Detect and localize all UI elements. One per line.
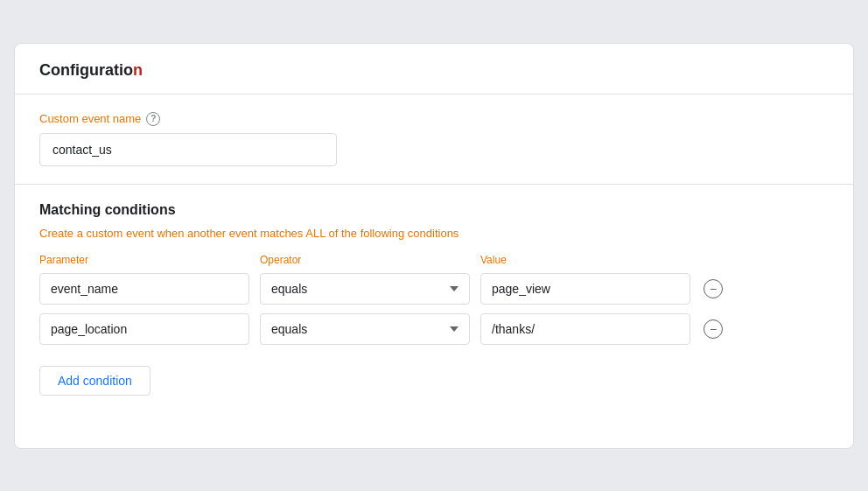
value-input-1[interactable] bbox=[480, 273, 690, 305]
condition-row: equals contains starts with ends with − bbox=[39, 273, 829, 305]
conditions-header: Parameter Operator Value bbox=[39, 254, 829, 266]
add-condition-button[interactable]: Add condition bbox=[39, 366, 150, 396]
value-column-header: Value bbox=[480, 254, 690, 266]
matching-conditions-section: Matching conditions Create a custom even… bbox=[15, 185, 853, 420]
matching-conditions-title: Matching conditions bbox=[39, 202, 829, 218]
condition-row-2: equals contains starts with ends with − bbox=[39, 313, 829, 345]
param-column-header: Parameter bbox=[39, 254, 249, 266]
configuration-card: Configuration Custom event name ? Matchi… bbox=[14, 43, 854, 449]
remove-condition-button-2[interactable]: − bbox=[701, 317, 725, 341]
operator-column-header: Operator bbox=[260, 254, 470, 266]
parameter-input-1[interactable] bbox=[39, 273, 249, 305]
custom-event-section: Custom event name ? bbox=[15, 95, 853, 185]
bottom-section bbox=[15, 420, 853, 448]
remove-condition-button-1[interactable]: − bbox=[701, 277, 725, 301]
label-text: Custom event name bbox=[39, 112, 141, 125]
title-accent: n bbox=[133, 61, 143, 79]
operator-select-1[interactable]: equals contains starts with ends with bbox=[260, 273, 470, 305]
card-title: Configuration bbox=[15, 44, 853, 95]
matching-subtitle: Create a custom event when another event… bbox=[39, 227, 829, 240]
custom-event-input[interactable] bbox=[39, 133, 337, 166]
operator-select-2[interactable]: equals contains starts with ends with bbox=[260, 313, 470, 345]
custom-event-label: Custom event name ? bbox=[39, 112, 829, 126]
minus-icon-2: − bbox=[704, 319, 723, 339]
minus-icon-1: − bbox=[704, 279, 723, 298]
parameter-input-2[interactable] bbox=[39, 313, 249, 345]
value-input-2[interactable] bbox=[480, 313, 690, 345]
help-icon[interactable]: ? bbox=[146, 112, 160, 126]
